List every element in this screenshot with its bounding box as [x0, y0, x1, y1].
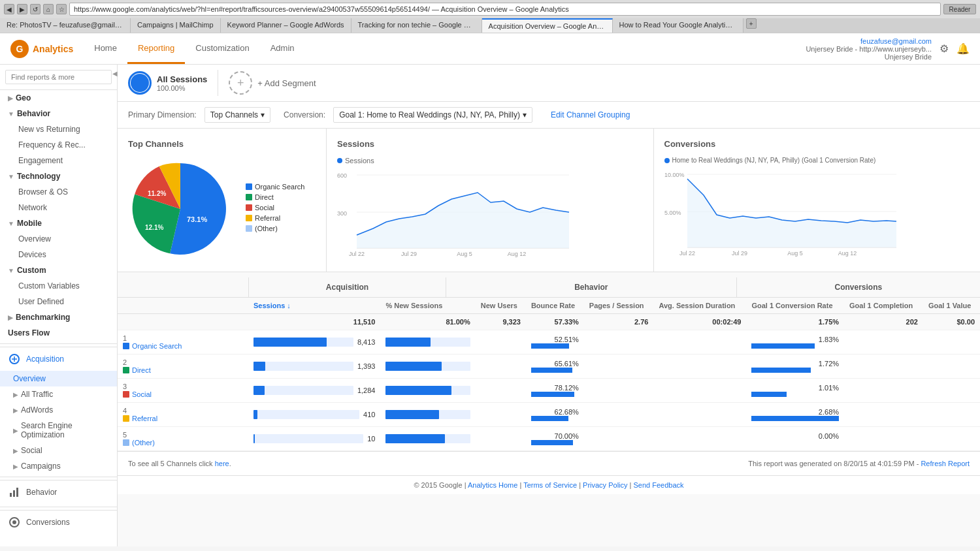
nav-customization[interactable]: Customization [185, 34, 259, 64]
here-link[interactable]: here [215, 460, 229, 467]
settings-icon[interactable]: ⚙ [939, 42, 949, 55]
bookmark-button[interactable]: ☆ [56, 4, 67, 14]
edit-channel-grouping-link[interactable]: Edit Channel Grouping [551, 110, 630, 119]
sessions-bar-5 [253, 434, 255, 443]
notifications-icon[interactable]: 🔔 [956, 42, 970, 55]
th-goal1-rate[interactable]: Goal 1 Conversion Rate [746, 298, 844, 314]
svg-text:12.1%: 12.1% [145, 224, 163, 231]
nav-reporting[interactable]: Reporting [127, 34, 185, 64]
th-goal1-completion[interactable]: Goal 1 Completion [844, 298, 923, 314]
privacy-link[interactable]: Privacy Policy [583, 481, 627, 489]
sidebar-item-adwords[interactable]: ▶ AdWords [0, 402, 117, 418]
sidebar-item-network[interactable]: Network [0, 200, 117, 215]
organic-search-link[interactable]: Organic Search [123, 342, 243, 350]
browser-chrome: ◀ ▶ ↺ ⌂ ☆ Reader Re: PhotosTV – feuzafus… [0, 0, 980, 33]
sidebar-item-mobile[interactable]: ▼ Mobile [0, 215, 117, 231]
app-body: ◀ ▶ Geo ▼ Behavior New vs Returning Freq… [0, 65, 980, 546]
svg-text:73.1%: 73.1% [187, 215, 207, 223]
tab-mailchimp[interactable]: Campaigns | MailChimp [131, 18, 221, 33]
sidebar-divider-2 [0, 477, 117, 477]
add-segment-button[interactable]: + + Add Segment [229, 71, 316, 95]
sidebar-item-mobile-overview[interactable]: Overview [0, 231, 117, 247]
campaigns-arrow-icon: ▶ [13, 463, 18, 470]
row1-bounce: 52.51% [526, 330, 584, 354]
forward-button[interactable]: ▶ [17, 4, 27, 14]
sidebar-section-conversions[interactable]: Conversions [0, 510, 117, 534]
sidebar-section-behavior[interactable]: Behavior [0, 480, 117, 504]
tab-analytics[interactable]: Acquisition Overview – Google Analytics [482, 18, 613, 33]
benchmarking-arrow-icon: ▶ [8, 314, 13, 321]
sidebar-item-devices[interactable]: Devices [0, 247, 117, 262]
url-bar[interactable] [69, 3, 941, 16]
svg-rect-3 [16, 488, 18, 497]
sidebar-item-geo[interactable]: ▶ Geo [0, 90, 117, 106]
back-button[interactable]: ◀ [4, 4, 14, 14]
tab-adwords[interactable]: Keyword Planner – Google AdWords [221, 18, 351, 33]
sidebar-item-campaigns[interactable]: ▶ Campaigns [0, 458, 117, 474]
analytics-home-link[interactable]: Analytics Home [468, 481, 517, 489]
sidebar-item-social[interactable]: ▶ Social [0, 443, 117, 458]
sidebar-item-custom-variables[interactable]: Custom Variables [0, 278, 117, 294]
sidebar-item-seo[interactable]: ▶ Search Engine Optimization [0, 418, 117, 443]
direct-link[interactable]: Direct [123, 366, 243, 374]
row4-channel: 4 Referral [118, 403, 248, 427]
row2-channel: 2 Direct [118, 354, 248, 379]
sidebar-item-technology[interactable]: ▼ Technology [0, 168, 117, 184]
top-channels-dropdown[interactable]: Top Channels ▾ [204, 107, 270, 123]
tab-gmail[interactable]: Re: PhotosTV – feuzafuse@gmail.com – Gma… [0, 18, 131, 33]
th-goal1-value[interactable]: Goal 1 Value [923, 298, 980, 314]
th-pct-new[interactable]: % New Sessions [380, 298, 475, 314]
legend-referral: Referral [246, 214, 304, 222]
sidebar-item-users-flow[interactable]: Users Flow [0, 325, 117, 341]
tos-link[interactable]: Terms of Service [523, 481, 577, 489]
svg-text:300: 300 [337, 210, 347, 217]
table-row: 5 (Other) [118, 427, 980, 451]
nav-home[interactable]: Home [84, 34, 127, 64]
legend-organic: Organic Search [246, 183, 304, 191]
add-segment-label: + Add Segment [257, 78, 316, 88]
acquisition-group-header: Acquisition [248, 277, 446, 297]
sidebar-item-benchmarking[interactable]: ▶ Benchmarking [0, 309, 117, 325]
th-sessions[interactable]: Sessions ↓ [248, 298, 380, 314]
home-button[interactable]: ⌂ [43, 4, 54, 14]
reader-button[interactable]: Reader [943, 4, 976, 14]
tab-para[interactable]: How to Read Your Google Analytics – Para… [613, 18, 743, 33]
reload-button[interactable]: ↺ [30, 4, 41, 14]
social-link[interactable]: Social [123, 390, 243, 398]
row3-goal-rate: 1.01% [746, 379, 844, 403]
legend-dot-direct [246, 194, 252, 200]
sidebar-item-engagement[interactable]: Engagement [0, 153, 117, 168]
sidebar-item-new-vs-returning[interactable]: New vs Returning [0, 121, 117, 137]
refresh-report-link[interactable]: Refresh Report [921, 460, 970, 467]
sidebar-item-custom[interactable]: ▼ Custom [0, 262, 117, 278]
referral-link[interactable]: Referral [123, 415, 243, 422]
th-new-users[interactable]: New Users [476, 298, 526, 314]
conversion-dropdown[interactable]: Goal 1: Home to Real Weddings (NJ, NY, P… [333, 107, 532, 123]
sidebar-item-browser-os[interactable]: Browser & OS [0, 184, 117, 200]
th-avg-duration[interactable]: Avg. Session Duration [653, 298, 746, 314]
th-pages-session[interactable]: Pages / Session [584, 298, 654, 314]
sidebar-collapse-button[interactable]: ◀ [112, 70, 118, 77]
th-bounce[interactable]: Bounce Rate [526, 298, 584, 314]
sessions-legend: Sessions [337, 157, 643, 165]
tab-gdocs[interactable]: Tracking for non techie – Google Docs [351, 18, 482, 33]
sidebar-section-acquisition[interactable]: Acquisition [0, 347, 117, 371]
svg-rect-2 [13, 490, 15, 497]
sidebar-item-behavior[interactable]: ▼ Behavior [0, 106, 117, 121]
row2-goal-rate: 1.72% [746, 354, 844, 379]
sidebar-item-frequency[interactable]: Frequency & Rec... [0, 137, 117, 153]
sidebar-item-all-traffic[interactable]: ▶ All Traffic [0, 386, 117, 402]
new-tab-button[interactable]: + [746, 18, 757, 29]
sidebar-item-user-defined[interactable]: User Defined [0, 294, 117, 309]
totals-goal-rate: 1.75% [746, 314, 844, 330]
totals-duration: 00:02:49 [653, 314, 746, 330]
nav-admin[interactable]: Admin [260, 34, 305, 64]
legend-dot-organic [246, 183, 252, 190]
sidebar-item-overview[interactable]: Overview [0, 371, 117, 386]
feedback-link[interactable]: Send Feedback [634, 481, 684, 489]
th-channel[interactable] [118, 298, 248, 314]
other-link[interactable]: (Other) [123, 439, 243, 447]
search-input[interactable] [5, 70, 112, 84]
row1-channel: 1 Organic Search [118, 330, 248, 354]
svg-text:Jul 22: Jul 22 [349, 251, 365, 257]
